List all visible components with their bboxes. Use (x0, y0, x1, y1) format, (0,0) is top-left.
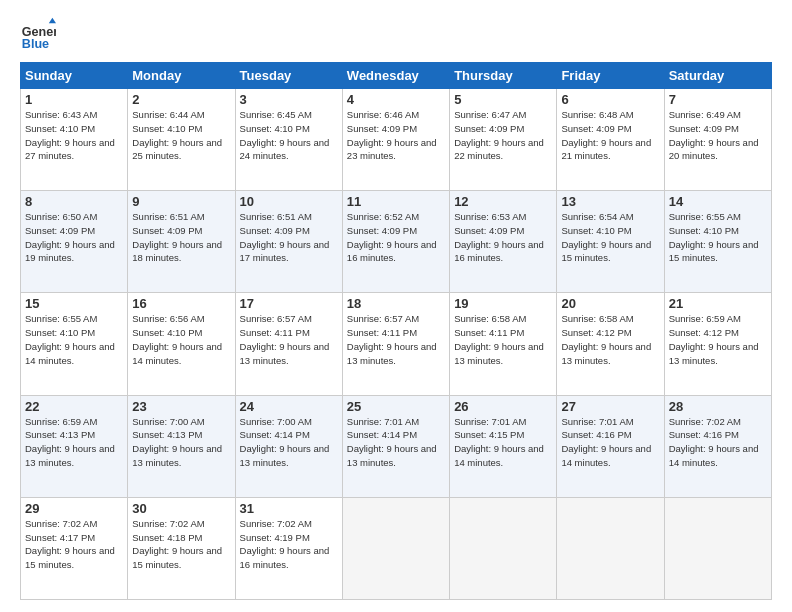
calendar-week-2: 8Sunrise: 6:50 AMSunset: 4:09 PMDaylight… (21, 191, 772, 293)
day-number: 28 (669, 399, 767, 414)
day-info: Sunrise: 6:57 AMSunset: 4:11 PMDaylight:… (347, 313, 437, 365)
day-info: Sunrise: 6:59 AMSunset: 4:13 PMDaylight:… (25, 416, 115, 468)
weekday-header-tuesday: Tuesday (235, 63, 342, 89)
day-info: Sunrise: 7:01 AMSunset: 4:16 PMDaylight:… (561, 416, 651, 468)
day-number: 13 (561, 194, 659, 209)
day-number: 1 (25, 92, 123, 107)
calendar-week-4: 22Sunrise: 6:59 AMSunset: 4:13 PMDayligh… (21, 395, 772, 497)
weekday-header-saturday: Saturday (664, 63, 771, 89)
calendar-cell: 27Sunrise: 7:01 AMSunset: 4:16 PMDayligh… (557, 395, 664, 497)
calendar-cell (557, 497, 664, 599)
day-number: 7 (669, 92, 767, 107)
calendar-cell: 9Sunrise: 6:51 AMSunset: 4:09 PMDaylight… (128, 191, 235, 293)
day-number: 2 (132, 92, 230, 107)
day-info: Sunrise: 6:55 AMSunset: 4:10 PMDaylight:… (25, 313, 115, 365)
day-info: Sunrise: 6:46 AMSunset: 4:09 PMDaylight:… (347, 109, 437, 161)
day-number: 9 (132, 194, 230, 209)
day-info: Sunrise: 6:55 AMSunset: 4:10 PMDaylight:… (669, 211, 759, 263)
calendar-cell: 29Sunrise: 7:02 AMSunset: 4:17 PMDayligh… (21, 497, 128, 599)
calendar-cell: 19Sunrise: 6:58 AMSunset: 4:11 PMDayligh… (450, 293, 557, 395)
calendar-cell: 24Sunrise: 7:00 AMSunset: 4:14 PMDayligh… (235, 395, 342, 497)
day-info: Sunrise: 6:43 AMSunset: 4:10 PMDaylight:… (25, 109, 115, 161)
calendar-cell: 28Sunrise: 7:02 AMSunset: 4:16 PMDayligh… (664, 395, 771, 497)
day-number: 18 (347, 296, 445, 311)
day-number: 23 (132, 399, 230, 414)
calendar-cell (664, 497, 771, 599)
day-info: Sunrise: 6:48 AMSunset: 4:09 PMDaylight:… (561, 109, 651, 161)
day-number: 22 (25, 399, 123, 414)
day-info: Sunrise: 7:01 AMSunset: 4:14 PMDaylight:… (347, 416, 437, 468)
day-number: 26 (454, 399, 552, 414)
day-info: Sunrise: 6:59 AMSunset: 4:12 PMDaylight:… (669, 313, 759, 365)
calendar-cell: 21Sunrise: 6:59 AMSunset: 4:12 PMDayligh… (664, 293, 771, 395)
day-info: Sunrise: 6:54 AMSunset: 4:10 PMDaylight:… (561, 211, 651, 263)
day-info: Sunrise: 6:50 AMSunset: 4:09 PMDaylight:… (25, 211, 115, 263)
day-number: 6 (561, 92, 659, 107)
day-number: 16 (132, 296, 230, 311)
day-info: Sunrise: 6:53 AMSunset: 4:09 PMDaylight:… (454, 211, 544, 263)
day-info: Sunrise: 7:02 AMSunset: 4:19 PMDaylight:… (240, 518, 330, 570)
weekday-header-monday: Monday (128, 63, 235, 89)
calendar-cell: 16Sunrise: 6:56 AMSunset: 4:10 PMDayligh… (128, 293, 235, 395)
day-number: 29 (25, 501, 123, 516)
day-number: 17 (240, 296, 338, 311)
day-number: 11 (347, 194, 445, 209)
day-number: 20 (561, 296, 659, 311)
day-info: Sunrise: 6:58 AMSunset: 4:12 PMDaylight:… (561, 313, 651, 365)
calendar-cell: 18Sunrise: 6:57 AMSunset: 4:11 PMDayligh… (342, 293, 449, 395)
weekday-header-sunday: Sunday (21, 63, 128, 89)
calendar-cell: 12Sunrise: 6:53 AMSunset: 4:09 PMDayligh… (450, 191, 557, 293)
weekday-header-wednesday: Wednesday (342, 63, 449, 89)
calendar-cell: 25Sunrise: 7:01 AMSunset: 4:14 PMDayligh… (342, 395, 449, 497)
day-number: 30 (132, 501, 230, 516)
day-number: 4 (347, 92, 445, 107)
header: General Blue (20, 16, 772, 52)
day-number: 31 (240, 501, 338, 516)
day-number: 10 (240, 194, 338, 209)
day-number: 15 (25, 296, 123, 311)
calendar-week-3: 15Sunrise: 6:55 AMSunset: 4:10 PMDayligh… (21, 293, 772, 395)
calendar-cell: 20Sunrise: 6:58 AMSunset: 4:12 PMDayligh… (557, 293, 664, 395)
svg-marker-2 (49, 18, 56, 23)
day-number: 27 (561, 399, 659, 414)
weekday-header-thursday: Thursday (450, 63, 557, 89)
calendar-cell: 3Sunrise: 6:45 AMSunset: 4:10 PMDaylight… (235, 89, 342, 191)
day-number: 19 (454, 296, 552, 311)
day-info: Sunrise: 7:02 AMSunset: 4:16 PMDaylight:… (669, 416, 759, 468)
calendar-cell: 5Sunrise: 6:47 AMSunset: 4:09 PMDaylight… (450, 89, 557, 191)
calendar-cell (342, 497, 449, 599)
day-number: 3 (240, 92, 338, 107)
calendar-cell: 22Sunrise: 6:59 AMSunset: 4:13 PMDayligh… (21, 395, 128, 497)
day-info: Sunrise: 6:52 AMSunset: 4:09 PMDaylight:… (347, 211, 437, 263)
day-info: Sunrise: 6:47 AMSunset: 4:09 PMDaylight:… (454, 109, 544, 161)
logo: General Blue (20, 16, 60, 52)
logo-icon: General Blue (20, 16, 56, 52)
calendar-week-1: 1Sunrise: 6:43 AMSunset: 4:10 PMDaylight… (21, 89, 772, 191)
weekday-header-friday: Friday (557, 63, 664, 89)
day-number: 21 (669, 296, 767, 311)
calendar-cell: 6Sunrise: 6:48 AMSunset: 4:09 PMDaylight… (557, 89, 664, 191)
calendar-cell: 17Sunrise: 6:57 AMSunset: 4:11 PMDayligh… (235, 293, 342, 395)
calendar-cell: 1Sunrise: 6:43 AMSunset: 4:10 PMDaylight… (21, 89, 128, 191)
calendar-cell: 26Sunrise: 7:01 AMSunset: 4:15 PMDayligh… (450, 395, 557, 497)
day-info: Sunrise: 7:00 AMSunset: 4:13 PMDaylight:… (132, 416, 222, 468)
weekday-header-row: SundayMondayTuesdayWednesdayThursdayFrid… (21, 63, 772, 89)
day-info: Sunrise: 6:51 AMSunset: 4:09 PMDaylight:… (132, 211, 222, 263)
day-info: Sunrise: 6:51 AMSunset: 4:09 PMDaylight:… (240, 211, 330, 263)
day-info: Sunrise: 7:02 AMSunset: 4:17 PMDaylight:… (25, 518, 115, 570)
day-info: Sunrise: 7:00 AMSunset: 4:14 PMDaylight:… (240, 416, 330, 468)
day-info: Sunrise: 6:49 AMSunset: 4:09 PMDaylight:… (669, 109, 759, 161)
day-info: Sunrise: 6:45 AMSunset: 4:10 PMDaylight:… (240, 109, 330, 161)
calendar-week-5: 29Sunrise: 7:02 AMSunset: 4:17 PMDayligh… (21, 497, 772, 599)
calendar-cell: 4Sunrise: 6:46 AMSunset: 4:09 PMDaylight… (342, 89, 449, 191)
calendar-cell: 23Sunrise: 7:00 AMSunset: 4:13 PMDayligh… (128, 395, 235, 497)
day-info: Sunrise: 6:57 AMSunset: 4:11 PMDaylight:… (240, 313, 330, 365)
day-number: 12 (454, 194, 552, 209)
day-info: Sunrise: 6:58 AMSunset: 4:11 PMDaylight:… (454, 313, 544, 365)
day-info: Sunrise: 6:56 AMSunset: 4:10 PMDaylight:… (132, 313, 222, 365)
day-number: 5 (454, 92, 552, 107)
calendar-cell (450, 497, 557, 599)
calendar-cell: 30Sunrise: 7:02 AMSunset: 4:18 PMDayligh… (128, 497, 235, 599)
day-info: Sunrise: 7:01 AMSunset: 4:15 PMDaylight:… (454, 416, 544, 468)
calendar-cell: 2Sunrise: 6:44 AMSunset: 4:10 PMDaylight… (128, 89, 235, 191)
